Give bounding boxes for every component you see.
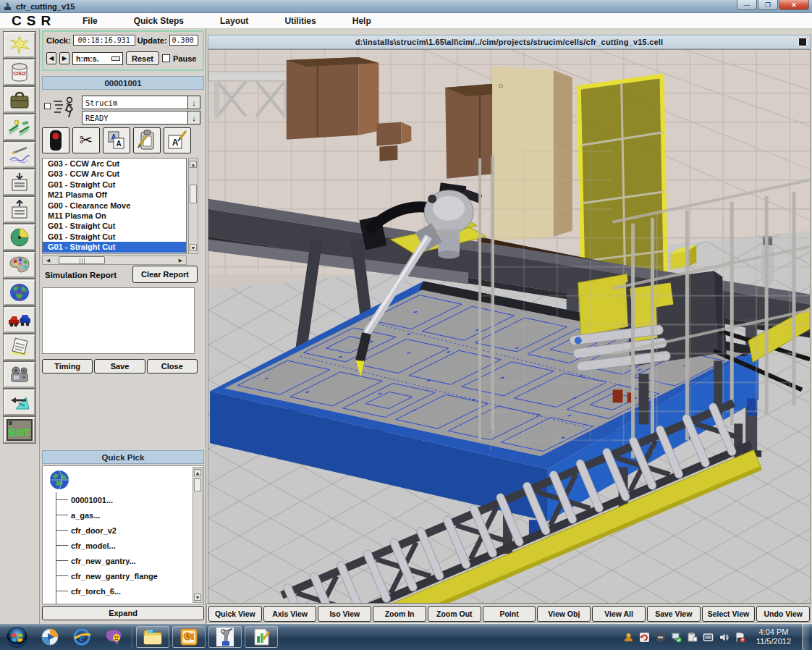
tree-item[interactable]: a_gas... bbox=[56, 507, 158, 523]
quick-pick-tree[interactable]: 00001001... a_gas... cfr_door_v2 cfr_mod… bbox=[42, 465, 204, 604]
network-tray-icon[interactable] bbox=[671, 632, 682, 643]
gcode-step-list[interactable]: G03 - CCW Arc Cut G03 - CCW Arc Cut G01 … bbox=[42, 158, 187, 254]
start-button[interactable] bbox=[6, 626, 28, 649]
tree-item[interactable]: 00001001... bbox=[56, 492, 158, 507]
cut-button[interactable]: ✂ bbox=[72, 127, 100, 153]
point-button[interactable]: Point bbox=[483, 606, 536, 622]
gcode-row[interactable]: G01 - Straight Cut bbox=[43, 232, 186, 242]
view-all-button[interactable]: View All bbox=[592, 606, 646, 622]
scroll-right-icon[interactable]: ▶ bbox=[177, 256, 185, 264]
menu-utilities[interactable]: Utilities bbox=[276, 14, 324, 28]
csr-app-taskbar-button[interactable] bbox=[208, 626, 242, 648]
gcode-list-vscrollbar[interactable]: ▲ ▼ bbox=[188, 158, 198, 254]
menu-help[interactable]: Help bbox=[344, 14, 380, 28]
scroll-thumb[interactable] bbox=[59, 256, 105, 264]
media-player-icon[interactable] bbox=[41, 628, 59, 646]
scroll-up-icon[interactable]: ▲ bbox=[194, 469, 201, 476]
clipboard-tray-icon[interactable] bbox=[687, 632, 698, 643]
time-format-dropdown[interactable]: h:m:s. bbox=[72, 52, 123, 65]
tree-item[interactable]: cfr_door_v2 bbox=[56, 523, 158, 538]
scroll-thumb[interactable] bbox=[194, 478, 201, 491]
scroll-thumb[interactable] bbox=[190, 185, 197, 203]
controller-dropdown[interactable]: Strucim ↓ bbox=[82, 96, 200, 109]
explorer-taskbar-button[interactable] bbox=[136, 626, 169, 648]
undo-view-button[interactable]: Undo View bbox=[756, 606, 810, 622]
update-value-field[interactable]: 0.300 bbox=[169, 35, 198, 46]
run-checkbox[interactable] bbox=[44, 103, 51, 109]
action-center-flag-icon[interactable] bbox=[735, 632, 745, 643]
user-tray-icon[interactable] bbox=[623, 632, 634, 643]
edit-text-button[interactable]: A bbox=[164, 127, 191, 153]
scroll-up-icon[interactable]: ▲ bbox=[190, 161, 197, 168]
internet-explorer-icon[interactable]: e bbox=[72, 628, 91, 646]
conveyor-icon[interactable] bbox=[4, 114, 35, 140]
volume-tray-icon[interactable] bbox=[719, 632, 729, 643]
palette-icon[interactable] bbox=[4, 252, 35, 278]
reset-button[interactable]: Reset bbox=[126, 51, 159, 65]
tree-item-label[interactable]: cfr_door_v2 bbox=[71, 526, 117, 535]
zoom-in-button[interactable]: Zoom In bbox=[373, 606, 426, 622]
save-button[interactable]: Save bbox=[94, 359, 145, 373]
tree-item-label[interactable]: infeed... bbox=[71, 602, 101, 605]
gcode-row[interactable]: G00 - Clearance Move bbox=[43, 201, 186, 211]
tree-item-label[interactable]: cfr_new_gantry_flange bbox=[71, 572, 158, 581]
cabinet-brown-1[interactable] bbox=[287, 57, 379, 140]
scroll-left-icon[interactable]: ◀ bbox=[44, 256, 52, 264]
step-back-button[interactable]: ◀ bbox=[46, 52, 56, 64]
quick-view-button[interactable]: Quick View bbox=[208, 606, 262, 622]
controller-dropdown-arrow-icon[interactable]: ↓ bbox=[187, 96, 200, 109]
clear-report-button[interactable]: Clear Report bbox=[132, 266, 198, 283]
messenger-icon[interactable] bbox=[104, 628, 123, 646]
minimize-button[interactable]: — bbox=[737, 0, 757, 10]
sync-tray-icon[interactable] bbox=[639, 632, 650, 643]
status-dropdown[interactable]: READY ↓ bbox=[82, 111, 200, 124]
tree-item-label[interactable]: 00001001... bbox=[71, 496, 113, 505]
pause-checkbox[interactable] bbox=[162, 54, 170, 62]
tree-item[interactable]: cfr_new_gantry... bbox=[56, 553, 158, 568]
quick-pick-vscrollbar[interactable]: ▲ ▼ bbox=[193, 467, 203, 603]
cis2-database-icon[interactable]: CIS/2 bbox=[4, 59, 35, 85]
import-icon[interactable] bbox=[4, 169, 35, 195]
outlook-taskbar-button[interactable] bbox=[172, 626, 206, 648]
copy-button[interactable]: AA bbox=[103, 127, 130, 153]
tree-item[interactable]: cfr_torch_6... bbox=[56, 583, 158, 599]
menu-quick-steps[interactable]: Quick Steps bbox=[125, 14, 193, 28]
step-forward-button[interactable]: ▶ bbox=[59, 52, 69, 64]
menu-file[interactable]: File bbox=[74, 14, 106, 28]
tree-item-label[interactable]: cfr_model... bbox=[71, 541, 116, 550]
zoom-out-button[interactable]: Zoom Out bbox=[428, 606, 481, 622]
menu-layout[interactable]: Layout bbox=[211, 14, 257, 28]
timing-button[interactable]: Timing bbox=[42, 359, 93, 373]
gcode-row[interactable]: G03 - CCW Arc Cut bbox=[43, 169, 186, 179]
close-button[interactable]: ✕ bbox=[779, 0, 809, 10]
gcode-list-hscrollbar[interactable]: ◀ ▶ bbox=[42, 256, 187, 265]
viewport-3d-scene[interactable] bbox=[208, 49, 811, 604]
movie-camera-icon[interactable] bbox=[4, 362, 35, 388]
expand-button[interactable]: Expand bbox=[42, 606, 204, 620]
stop-button[interactable] bbox=[42, 127, 69, 153]
report-note-icon[interactable] bbox=[4, 334, 35, 360]
iso-view-button[interactable]: Iso View bbox=[318, 606, 371, 622]
chart-app-taskbar-button[interactable] bbox=[245, 626, 278, 648]
gcode-row[interactable]: G01 - Straight Cut bbox=[43, 221, 186, 231]
tree-item-label[interactable]: a_gas... bbox=[71, 511, 100, 520]
world-root-icon[interactable] bbox=[48, 469, 70, 491]
gcode-row[interactable]: G01 - Straight Cut bbox=[43, 253, 186, 254]
rotate-view-icon[interactable] bbox=[4, 389, 35, 415]
taskbar-clock[interactable]: 4:04 PM 11/5/2012 bbox=[750, 628, 797, 646]
gcode-row[interactable]: M21 Plasma Off bbox=[43, 190, 186, 200]
save-view-button[interactable]: Save View bbox=[647, 606, 701, 622]
view-obj-button[interactable]: View Obj bbox=[537, 606, 591, 622]
select-view-button[interactable]: Select View bbox=[702, 606, 756, 622]
close-button-panel[interactable]: Close bbox=[147, 359, 198, 373]
paste-button[interactable] bbox=[133, 127, 161, 153]
gcode-row[interactable]: M11 Plasma On bbox=[43, 211, 186, 221]
tree-item[interactable]: cfr_model... bbox=[56, 538, 158, 553]
viewport-corner-icon[interactable] bbox=[798, 37, 808, 47]
spark-icon[interactable] bbox=[4, 32, 35, 58]
scroll-down-icon[interactable]: ▼ bbox=[190, 244, 197, 251]
vehicles-icon[interactable] bbox=[4, 307, 35, 333]
tree-item[interactable]: infeed... bbox=[56, 599, 158, 604]
tree-item-label[interactable]: cfr_new_gantry... bbox=[71, 557, 136, 565]
gcode-row-selected[interactable]: G01 - Straight Cut bbox=[43, 242, 186, 252]
